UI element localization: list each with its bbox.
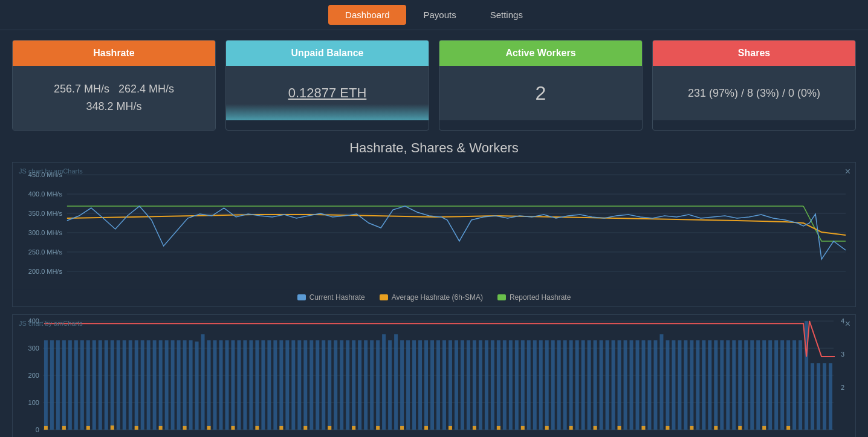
nav-dashboard[interactable]: Dashboard — [328, 5, 406, 25]
svg-rect-65 — [267, 340, 271, 430]
charts-section: Hashrate, Shares & Workers × JS chart by… — [0, 140, 868, 437]
svg-rect-105 — [509, 340, 513, 430]
svg-rect-162 — [111, 425, 114, 429]
svg-rect-148 — [768, 340, 772, 430]
svg-rect-179 — [521, 426, 525, 429]
svg-rect-34 — [80, 340, 84, 430]
hashrate-chart-close[interactable]: × — [845, 166, 850, 177]
svg-rect-137 — [702, 340, 705, 430]
legend-dot-current — [297, 294, 306, 300]
svg-rect-30 — [56, 340, 60, 430]
svg-rect-139 — [714, 340, 717, 430]
hashrate-line2: 348.2 MH/s — [54, 98, 174, 115]
navigation: Dashboard Payouts Settings — [0, 0, 868, 30]
svg-rect-90 — [418, 340, 422, 430]
svg-rect-126 — [636, 340, 640, 430]
svg-rect-95 — [449, 340, 452, 430]
svg-rect-172 — [352, 426, 355, 429]
svg-rect-74 — [322, 340, 325, 430]
svg-rect-57 — [219, 340, 223, 430]
svg-rect-150 — [780, 340, 784, 430]
card-workers: Active Workers 2 — [439, 40, 643, 131]
svg-rect-189 — [762, 426, 766, 429]
svg-rect-98 — [467, 340, 470, 430]
svg-rect-82 — [370, 340, 374, 430]
shares-chart-svg: 400 300 200 100 0 4 3 2 — [13, 315, 855, 437]
svg-rect-78 — [346, 340, 349, 430]
svg-rect-47 — [159, 340, 163, 430]
svg-rect-28 — [44, 340, 48, 430]
svg-rect-140 — [720, 340, 724, 430]
svg-rect-73 — [316, 340, 319, 430]
svg-rect-183 — [618, 426, 621, 429]
svg-rect-180 — [545, 426, 549, 429]
svg-rect-190 — [786, 426, 790, 429]
svg-rect-49 — [171, 340, 175, 430]
svg-rect-42 — [129, 340, 132, 430]
svg-text:100: 100 — [28, 399, 39, 406]
legend-label-reported: Reported Hashrate — [510, 293, 571, 302]
svg-rect-164 — [159, 426, 163, 429]
svg-rect-50 — [177, 340, 181, 430]
svg-rect-186 — [690, 426, 693, 429]
card-shares: Shares 231 (97%) / 8 (3%) / 0 (0%) — [652, 40, 856, 131]
svg-rect-175 — [424, 426, 428, 429]
svg-rect-89 — [412, 340, 416, 430]
card-unpaid-body: 0.12877 ETH — [226, 66, 429, 120]
svg-rect-91 — [424, 340, 428, 430]
svg-rect-35 — [86, 340, 90, 430]
svg-rect-97 — [461, 340, 464, 430]
svg-rect-87 — [400, 340, 404, 430]
svg-rect-106 — [515, 340, 519, 430]
svg-rect-119 — [594, 340, 597, 430]
legend-label-avg: Average Hashrate (6h-SMA) — [392, 293, 483, 302]
svg-rect-36 — [92, 340, 96, 430]
svg-rect-108 — [527, 340, 531, 430]
svg-rect-39 — [111, 340, 114, 430]
card-hashrate-body: 256.7 MH/s 262.4 MH/s 348.2 MH/s — [13, 66, 215, 130]
nav-settings[interactable]: Settings — [473, 5, 540, 25]
svg-rect-0 — [13, 163, 855, 290]
svg-rect-129 — [653, 340, 657, 430]
svg-rect-116 — [575, 340, 579, 430]
svg-rect-86 — [394, 334, 398, 430]
svg-rect-151 — [786, 340, 790, 430]
svg-rect-64 — [261, 340, 265, 430]
card-shares-header: Shares — [653, 40, 855, 66]
svg-rect-188 — [738, 426, 742, 429]
svg-rect-127 — [642, 340, 646, 430]
legend-dot-avg — [380, 294, 388, 300]
svg-rect-40 — [117, 340, 120, 430]
card-shares-body: 231 (97%) / 8 (3%) / 0 (0%) — [653, 66, 855, 120]
svg-text:200.0 MH/s: 200.0 MH/s — [28, 267, 63, 274]
svg-text:400.0 MH/s: 400.0 MH/s — [28, 190, 63, 198]
svg-rect-54 — [201, 334, 205, 430]
svg-rect-134 — [684, 340, 687, 430]
legend-label-current: Current Hashrate — [309, 293, 365, 302]
legend-reported-hashrate: Reported Hashrate — [497, 293, 571, 302]
svg-rect-187 — [714, 426, 717, 429]
svg-rect-66 — [273, 340, 277, 430]
nav-payouts[interactable]: Payouts — [406, 5, 473, 25]
svg-rect-133 — [678, 340, 681, 430]
svg-rect-132 — [672, 340, 675, 430]
svg-rect-92 — [430, 340, 434, 430]
svg-rect-171 — [328, 426, 331, 429]
svg-rect-167 — [231, 426, 235, 429]
svg-text:250.0 MH/s: 250.0 MH/s — [28, 248, 63, 256]
svg-rect-143 — [738, 340, 742, 430]
svg-rect-118 — [588, 340, 591, 430]
svg-rect-67 — [279, 340, 283, 430]
shares-chart-close[interactable]: × — [845, 319, 850, 329]
stats-cards-row: Hashrate 256.7 MH/s 262.4 MH/s 348.2 MH/… — [0, 30, 868, 140]
svg-rect-163 — [135, 426, 138, 429]
card-hashrate-header: Hashrate — [13, 40, 215, 66]
card-unpaid: Unpaid Balance 0.12877 ETH — [225, 40, 429, 131]
svg-text:300: 300 — [28, 345, 39, 352]
unpaid-value: 0.12877 ETH — [288, 85, 367, 101]
legend-avg-hashrate: Average Hashrate (6h-SMA) — [380, 293, 483, 302]
svg-rect-38 — [105, 340, 108, 430]
svg-rect-147 — [762, 340, 766, 430]
svg-rect-170 — [303, 426, 307, 429]
svg-rect-146 — [756, 340, 760, 430]
